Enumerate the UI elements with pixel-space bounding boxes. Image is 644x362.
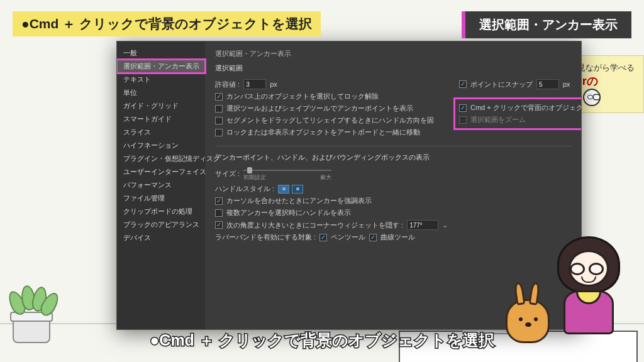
- sidebar-item-guides-grid[interactable]: ガイド・グリッド: [117, 99, 205, 112]
- preferences-content: 選択範囲・アンカー表示 選択範囲 許容値 : px カンバス上のオブジェクトを選…: [205, 41, 581, 329]
- sidebar-item-file[interactable]: ファイル管理: [117, 192, 205, 205]
- sidebar-item-device[interactable]: デバイス: [117, 231, 205, 244]
- label-multi-anchor: 複数アンカーを選択時にハンドルを表示: [226, 208, 351, 217]
- label-cursor-highlight: カーソルを合わせたときにアンカーを強調表示: [226, 196, 372, 206]
- section-anchor-display: アンカーポイント、ハンドル、およびバウンディングボックスの表示: [215, 153, 571, 162]
- sidebar-item-ui[interactable]: ユーザーインターフェイス: [117, 165, 205, 178]
- checkbox-snap-point[interactable]: [459, 80, 467, 88]
- highlight-cmd-click: Cmd + クリックで背面のオブジェクトを選択 選択範囲をズーム: [455, 99, 581, 128]
- angle-input[interactable]: [407, 220, 438, 230]
- plant-decoration: [13, 312, 50, 343]
- checkbox-corner-widget[interactable]: [215, 221, 223, 229]
- label-canvas-unlock: カンバス上のオブジェクトを選択してロック解除: [226, 92, 379, 101]
- label-cmd-click: Cmd + クリックで背面のオブジェクトを選択: [470, 103, 581, 112]
- sidebar-item-performance[interactable]: パフォーマンス: [117, 178, 205, 192]
- preferences-dialog: 一般 選択範囲・アンカー表示 テキスト 単位 ガイド・グリッド スマートガイド …: [116, 41, 582, 330]
- caption-bottom: ●Cmd ＋ クリックで背景のオブジェクトを選択: [150, 330, 494, 351]
- handle-style-option-2[interactable]: [292, 185, 303, 194]
- label-pen-tool: ペンツール: [331, 233, 365, 242]
- label-lock-hidden: ロックまたは非表示オブジェクトをアートボードと一緒に移動: [226, 128, 420, 137]
- checkbox-multi-anchor[interactable]: [215, 209, 223, 217]
- checkbox-cursor-highlight[interactable]: [215, 197, 223, 205]
- checkbox-zoom-selection[interactable]: [459, 116, 467, 124]
- checkbox-lock-hidden[interactable]: [215, 129, 223, 136]
- sidebar-item-general[interactable]: 一般: [117, 47, 205, 60]
- size-label: サイズ :: [215, 169, 240, 178]
- sidebar-item-black[interactable]: ブラックのアピアランス: [117, 218, 205, 231]
- tolerance-input[interactable]: [243, 79, 266, 89]
- panel-title: 選択範囲・アンカー表示: [215, 49, 571, 58]
- sidebar-item-text[interactable]: テキスト: [117, 73, 205, 86]
- label-zoom-selection: 選択範囲をズーム: [470, 115, 526, 124]
- sidebar-item-slices[interactable]: スライス: [117, 126, 205, 139]
- label-show-anchor: 選択ツールおよびシェイプツールでアンカーポイントを表示: [226, 104, 413, 113]
- bunny-decoration: [506, 299, 550, 343]
- handle-style-label: ハンドルスタイル :: [215, 184, 274, 194]
- label-corner-widget: 次の角度より大きいときにコーナーウィジェットを隠す :: [226, 221, 403, 230]
- section-selection: 選択範囲: [215, 63, 571, 73]
- checkbox-cmd-click[interactable]: [459, 104, 467, 112]
- tolerance-label: 許容値 :: [215, 80, 240, 89]
- label-snap-point: ポイントにスナップ: [470, 80, 533, 89]
- checkbox-canvas-unlock[interactable]: [215, 93, 223, 101]
- preferences-sidebar: 一般 選択範囲・アンカー表示 テキスト 単位 ガイド・グリッド スマートガイド …: [117, 41, 205, 329]
- sidebar-item-hyphenation[interactable]: ハイフネーション: [117, 139, 205, 152]
- snap-input[interactable]: [536, 79, 559, 89]
- title-banner-right: 選択範囲・アンカー表示: [462, 11, 631, 38]
- title-banner-left: ●Cmd ＋ クリックで背景のオブジェクトを選択: [13, 11, 321, 36]
- sidebar-item-clipboard[interactable]: クリップボードの処理: [117, 205, 205, 218]
- sidebar-item-selection-anchor[interactable]: 選択範囲・アンカー表示: [117, 60, 205, 73]
- size-min-label: 初期設定: [243, 173, 266, 182]
- rubberband-label: ラバーバンドを有効にする対象 :: [215, 233, 316, 242]
- checkbox-show-anchor[interactable]: [215, 105, 223, 112]
- angle-dropdown-icon[interactable]: ⌄: [442, 221, 448, 229]
- label-segment-drag: セグメントをドラッグしてリシェイプするときにハンドル方向を固: [226, 116, 434, 125]
- label-curve-tool: 曲線ツール: [380, 233, 415, 242]
- size-max-label: 最大: [320, 173, 331, 182]
- character-decoration: [551, 236, 626, 337]
- handle-style-option-1[interactable]: [278, 185, 289, 194]
- size-slider[interactable]: [243, 170, 331, 171]
- sidebar-item-smart-guides[interactable]: スマートガイド: [117, 112, 205, 126]
- px-unit-2: px: [563, 80, 570, 88]
- promo-face-icon: [583, 89, 601, 106]
- checkbox-pen-tool[interactable]: [319, 234, 327, 241]
- sidebar-item-plugins[interactable]: プラグイン・仮想記憶ディスク: [117, 152, 205, 165]
- sidebar-item-units[interactable]: 単位: [117, 86, 205, 99]
- checkbox-segment-drag[interactable]: [215, 117, 223, 124]
- px-unit: px: [270, 80, 277, 88]
- checkbox-curve-tool[interactable]: [369, 234, 377, 241]
